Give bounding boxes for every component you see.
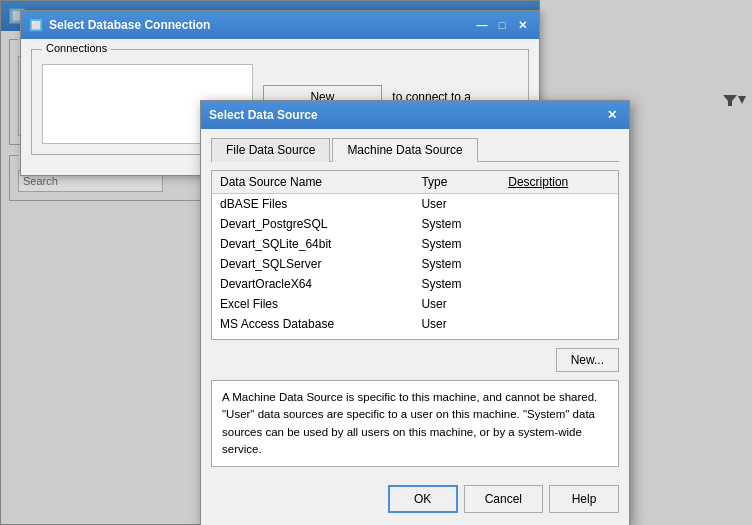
- cell-description: [500, 234, 618, 254]
- db-minimize-btn[interactable]: —: [473, 17, 491, 33]
- sds-new-btn-row: New...: [211, 348, 619, 372]
- table-row[interactable]: MS Access Database User: [212, 314, 618, 334]
- cell-type: System: [413, 274, 500, 294]
- tab-file-data-source[interactable]: File Data Source: [211, 138, 330, 162]
- cell-name: MS Access Database: [212, 314, 413, 334]
- sds-titlebar: Select Data Source ✕: [201, 101, 629, 129]
- db-titlebar: ⬜ Select Database Connection — □ ✕: [21, 11, 539, 39]
- cell-name: Devart_SQLServer: [212, 254, 413, 274]
- table-row[interactable]: dBASE Files User: [212, 194, 618, 215]
- table-row[interactable]: DevartOracleX64 System: [212, 274, 618, 294]
- cell-description: [500, 254, 618, 274]
- cell-description: [500, 294, 618, 314]
- help-button[interactable]: Help: [549, 485, 619, 513]
- db-connections-label: Connections: [42, 42, 111, 54]
- ds-table: Data Source Name Type Description dBASE …: [212, 171, 618, 334]
- table-row[interactable]: Excel Files User: [212, 294, 618, 314]
- sds-info-text: A Machine Data Source is specific to thi…: [222, 391, 597, 455]
- cell-type: System: [413, 254, 500, 274]
- cell-type: User: [413, 314, 500, 334]
- table-row[interactable]: Devart_SQLServer System: [212, 254, 618, 274]
- cell-description: [500, 314, 618, 334]
- cell-description: [500, 274, 618, 294]
- cell-description: [500, 194, 618, 215]
- cell-name: Devart_SQLite_64bit: [212, 234, 413, 254]
- ok-button[interactable]: OK: [388, 485, 458, 513]
- sds-new-button[interactable]: New...: [556, 348, 619, 372]
- ds-table-container: Data Source Name Type Description dBASE …: [211, 170, 619, 340]
- cell-description: [500, 214, 618, 234]
- cell-name: DevartOracleX64: [212, 274, 413, 294]
- col-name: Data Source Name: [212, 171, 413, 194]
- sds-dialog: Select Data Source ✕ File Data Source Ma…: [200, 100, 630, 525]
- cell-type: User: [413, 194, 500, 215]
- ds-table-head: Data Source Name Type Description: [212, 171, 618, 194]
- col-type: Type: [413, 171, 500, 194]
- db-close-btn[interactable]: ✕: [513, 17, 531, 33]
- cell-name: dBASE Files: [212, 194, 413, 215]
- cell-type: System: [413, 234, 500, 254]
- db-title-controls: — □ ✕: [473, 17, 531, 33]
- db-maximize-btn[interactable]: □: [493, 17, 511, 33]
- cancel-button[interactable]: Cancel: [464, 485, 543, 513]
- db-title-icons: ⬜: [29, 18, 43, 32]
- sds-tabs: File Data Source Machine Data Source: [211, 137, 619, 162]
- sds-content: File Data Source Machine Data Source Dat…: [201, 129, 629, 475]
- cell-name: Excel Files: [212, 294, 413, 314]
- cell-name: Devart_PostgreSQL: [212, 214, 413, 234]
- tab-machine-data-source[interactable]: Machine Data Source: [332, 138, 477, 162]
- sds-title-controls: ✕: [603, 107, 621, 123]
- cell-type: User: [413, 294, 500, 314]
- ds-table-header-row: Data Source Name Type Description: [212, 171, 618, 194]
- sds-info-box: A Machine Data Source is specific to thi…: [211, 380, 619, 467]
- sds-close-btn[interactable]: ✕: [603, 107, 621, 123]
- db-title: Select Database Connection: [49, 18, 210, 32]
- cell-type: System: [413, 214, 500, 234]
- ds-table-body: dBASE Files User Devart_PostgreSQL Syste…: [212, 194, 618, 335]
- db-icon: ⬜: [29, 18, 43, 32]
- sds-title: Select Data Source: [209, 108, 318, 122]
- sds-button-row: OK Cancel Help: [201, 475, 629, 525]
- col-description: Description: [500, 171, 618, 194]
- table-row[interactable]: Devart_SQLite_64bit System: [212, 234, 618, 254]
- table-row[interactable]: Devart_PostgreSQL System: [212, 214, 618, 234]
